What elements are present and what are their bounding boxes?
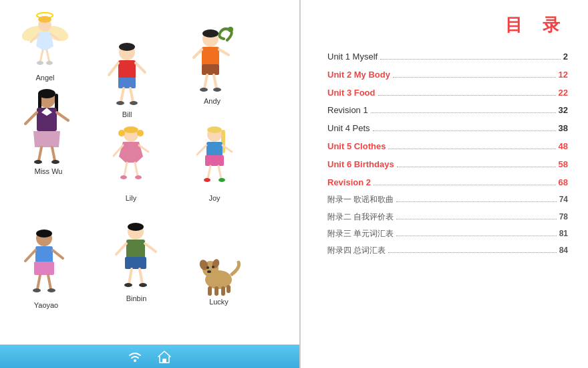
toc-item-8[interactable]: 附录一 歌谣和歌曲74 xyxy=(327,193,568,206)
svg-point-81 xyxy=(128,223,144,231)
toc-item-9[interactable]: 附录二 自我评价表78 xyxy=(327,211,568,223)
toc-page-3: 32 xyxy=(559,104,568,118)
svg-rect-97 xyxy=(208,286,212,296)
svg-line-56 xyxy=(135,163,138,176)
svg-point-69 xyxy=(218,178,225,182)
toc-label-10: 附录三 单元词汇表 xyxy=(327,227,394,240)
toc-item-3[interactable]: Revision 132 xyxy=(327,104,568,118)
svg-point-79 xyxy=(47,288,55,292)
svg-line-28 xyxy=(219,50,229,55)
toc-dots-2 xyxy=(378,95,556,96)
toc-list: Unit 1 Myself2Unit 2 My Body12Unit 3 Foo… xyxy=(327,50,568,257)
svg-point-109 xyxy=(134,359,136,362)
toc-label-11: 附录四 总词汇表 xyxy=(327,244,386,257)
toc-item-0[interactable]: Unit 1 Myself2 xyxy=(327,50,568,64)
svg-point-60 xyxy=(207,126,222,133)
toc-page-10: 81 xyxy=(559,227,568,240)
toc-dots-6 xyxy=(397,167,556,167)
svg-point-32 xyxy=(200,88,208,92)
character-name-andy: Andy xyxy=(204,97,220,105)
svg-point-14 xyxy=(119,43,135,51)
toc-label-0: Unit 1 Myself xyxy=(327,50,378,64)
svg-point-49 xyxy=(118,130,125,136)
svg-point-22 xyxy=(130,101,138,105)
toc-page-8: 74 xyxy=(559,193,568,206)
toc-dots-4 xyxy=(373,130,556,131)
svg-rect-83 xyxy=(125,257,146,269)
svg-line-16 xyxy=(109,63,118,75)
svg-point-12 xyxy=(46,61,53,65)
character-lily: Lily xyxy=(107,124,155,202)
character-andy: Andy xyxy=(187,27,237,105)
svg-line-20 xyxy=(130,88,133,102)
character-yaoyao: Yaoyao xyxy=(20,227,72,309)
toc-dots-10 xyxy=(396,236,556,236)
svg-line-9 xyxy=(40,50,43,62)
svg-point-48 xyxy=(124,126,138,133)
svg-rect-100 xyxy=(227,285,231,293)
svg-line-64 xyxy=(197,145,206,155)
character-name-lucky: Lucky xyxy=(209,298,229,306)
toc-item-6[interactable]: Unit 6 Birthdays58 xyxy=(327,158,568,172)
bottom-toolbar[interactable] xyxy=(0,345,299,368)
svg-line-85 xyxy=(145,244,156,252)
wifi-icon[interactable] xyxy=(127,349,143,365)
toc-dots-11 xyxy=(388,252,556,253)
character-name-binbin: Binbin xyxy=(126,294,147,302)
character-angel: Angel xyxy=(20,10,70,82)
character-joy: Joy xyxy=(190,124,239,202)
toc-label-2: Unit 3 Food xyxy=(327,86,376,100)
toc-label-1: Unit 2 My Body xyxy=(327,68,390,82)
svg-point-50 xyxy=(137,130,144,136)
character-bill: Bill xyxy=(104,40,150,118)
toc-label-3: Revision 1 xyxy=(327,104,368,118)
svg-line-87 xyxy=(140,269,142,284)
svg-rect-18 xyxy=(118,78,136,88)
svg-line-55 xyxy=(124,163,127,176)
toc-dots-0 xyxy=(380,59,561,60)
svg-line-75 xyxy=(53,250,63,258)
home-icon[interactable] xyxy=(156,349,172,365)
toc-page-6: 58 xyxy=(559,158,568,172)
toc-dots-7 xyxy=(374,185,556,185)
toc-page-1: 12 xyxy=(559,68,568,82)
svg-point-33 xyxy=(213,88,221,92)
svg-point-11 xyxy=(37,61,43,65)
toc-page-2: 22 xyxy=(559,86,568,100)
toc-item-10[interactable]: 附录三 单元词汇表81 xyxy=(327,227,568,240)
toc-item-4[interactable]: Unit 4 Pets38 xyxy=(327,122,568,136)
svg-line-17 xyxy=(136,63,145,72)
toc-page-7: 68 xyxy=(559,176,568,190)
right-page: 目 录 Unit 1 Myself2Unit 2 My Body12Unit 3… xyxy=(301,0,588,368)
toc-item-11[interactable]: 附录四 总词汇表84 xyxy=(327,244,568,257)
character-name-lily: Lily xyxy=(126,194,137,202)
svg-line-10 xyxy=(47,50,49,62)
toc-dots-5 xyxy=(388,149,555,149)
svg-line-44 xyxy=(52,147,55,161)
character-name-joy: Joy xyxy=(208,194,220,202)
toc-page-5: 48 xyxy=(559,140,568,154)
svg-rect-26 xyxy=(202,47,219,66)
toc-item-5[interactable]: Unit 5 Clothes48 xyxy=(327,140,568,154)
character-misswu: Miss Wu xyxy=(20,87,77,175)
toc-page-0: 2 xyxy=(563,50,568,64)
left-page: Angel Bill xyxy=(0,0,301,368)
toc-label-9: 附录二 自我评价表 xyxy=(327,211,394,223)
toc-title: 目 录 xyxy=(327,13,568,37)
toc-label-7: Revision 2 xyxy=(327,176,371,190)
toc-page-4: 38 xyxy=(559,122,568,136)
toc-item-1[interactable]: Unit 2 My Body12 xyxy=(327,68,568,82)
svg-line-19 xyxy=(121,88,124,102)
svg-line-42 xyxy=(57,112,68,120)
svg-point-94 xyxy=(206,266,209,269)
svg-rect-99 xyxy=(221,286,225,296)
toc-item-7[interactable]: Revision 268 xyxy=(327,176,568,190)
character-name-yaoyao: Yaoyao xyxy=(34,301,59,309)
svg-rect-82 xyxy=(126,240,145,258)
svg-marker-40 xyxy=(33,131,60,147)
svg-point-89 xyxy=(139,283,147,287)
svg-rect-15 xyxy=(118,60,136,79)
toc-item-2[interactable]: Unit 3 Food22 xyxy=(327,86,568,100)
svg-line-30 xyxy=(204,75,207,88)
svg-line-86 xyxy=(129,269,132,284)
